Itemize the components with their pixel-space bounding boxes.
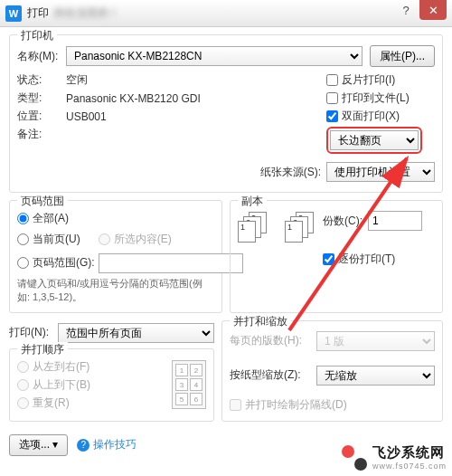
paper-source-label: 纸张来源(S): [260, 165, 321, 180]
tips-link[interactable]: ?操作技巧 [77, 437, 137, 452]
status-label: 状态: [17, 72, 66, 88]
close-button[interactable]: ✕ [419, 0, 447, 20]
properties-button[interactable]: 属性(P)... [370, 45, 435, 67]
reverse-print-checkbox[interactable] [326, 74, 338, 86]
collate-label: 逐份打印(T) [338, 252, 395, 267]
range-pages-radio[interactable] [17, 257, 29, 269]
print-to-file-label: 打印到文件(L) [342, 90, 410, 106]
window-title: 打印 [27, 5, 49, 21]
titlebar: W 打印 的生活里的！ ? ✕ [0, 0, 452, 27]
type-label: 类型: [17, 90, 66, 106]
order-preview-pad: 123456 [172, 360, 206, 409]
order-lr-radio [17, 361, 29, 373]
watermark-logo-icon [342, 445, 367, 471]
print-what-select[interactable]: 范围中所有页面 [58, 323, 214, 343]
collate-illustration: 321 321 [238, 212, 315, 244]
paper-source-select[interactable]: 使用打印机设置 [326, 162, 435, 182]
range-current-label: 当前页(U) [33, 232, 80, 247]
copies-count-label: 份数(C): [323, 214, 363, 229]
name-label: 名称(M): [17, 49, 66, 64]
app-icon: W [5, 5, 22, 22]
range-all-label: 全部(A) [33, 211, 69, 226]
scale-legend: 并打和缩放 [230, 314, 291, 329]
zoom-select[interactable]: 无缩放 [316, 366, 435, 386]
options-button[interactable]: 选项... ▾ [9, 434, 68, 456]
order-lr-label: 从左到右(F) [33, 359, 89, 375]
zoom-label: 按纸型缩放(Z): [230, 367, 316, 383]
tips-label: 操作技巧 [93, 437, 137, 452]
range-hint: 请键入页码和/或用逗号分隔的页码范围(例如: 1,3,5-12)。 [17, 277, 214, 305]
type-value: Panasonic KX-MB2120 GDI [66, 92, 326, 105]
pps-select: 1 版 [316, 331, 435, 351]
range-pages-input[interactable] [99, 253, 243, 273]
duplex-mode-select[interactable]: 长边翻页 [330, 130, 419, 150]
copies-legend: 副本 [238, 194, 267, 209]
watermark-name: 飞沙系统网 [372, 444, 447, 462]
pps-label: 每页的版数(H): [230, 333, 316, 348]
reverse-print-label: 反片打印(I) [342, 72, 395, 88]
print-order-legend: 并打顺序 [17, 342, 68, 357]
draw-lines-checkbox [230, 399, 241, 411]
tips-icon: ? [77, 439, 89, 452]
print-what-label: 打印(N): [9, 325, 58, 340]
collate-checkbox[interactable] [323, 253, 334, 265]
copies-group: 副本 321 321 份数(C): 逐份打印(T) [230, 200, 443, 313]
range-pages-label: 页码范围(G): [33, 255, 95, 271]
scale-group: 并打和缩放 每页的版数(H):1 版 按纸型缩放(Z):无缩放 并打时绘制分隔线… [221, 320, 443, 422]
page-range-group: 页码范围 全部(A) 当前页(U) 所选内容(E) 页码范围(G): 请键入页码… [9, 200, 222, 313]
order-tb-radio [17, 379, 29, 391]
draw-lines-label: 并打时绘制分隔线(D) [245, 397, 347, 413]
order-repeat-radio [17, 397, 29, 409]
printer-legend: 打印机 [17, 28, 57, 43]
print-order-group: 并打顺序 从左到右(F) 从上到下(B) 重复(R) 123456 [9, 348, 214, 422]
copies-count-input[interactable] [368, 211, 422, 231]
range-selection-label: 所选内容(E) [114, 232, 172, 247]
range-current-radio[interactable] [17, 233, 29, 245]
blurred-text: 的生活里的！ [54, 5, 119, 21]
help-button[interactable]: ? [392, 0, 419, 20]
where-label: 位置: [17, 109, 66, 124]
order-tb-label: 从上到下(B) [33, 377, 90, 393]
order-repeat-label: 重复(R) [33, 395, 70, 411]
watermark: 飞沙系统网 www.fs0745.com [342, 444, 447, 471]
status-value: 空闲 [66, 72, 326, 88]
where-value: USB001 [66, 110, 326, 123]
range-selection-radio [99, 233, 110, 245]
printer-name-select[interactable]: Panasonic KX-MB2128CN [66, 46, 363, 66]
duplex-mode-highlight: 长边翻页 [326, 127, 422, 154]
duplex-checkbox[interactable] [326, 110, 338, 122]
duplex-label: 双面打印(X) [342, 109, 400, 124]
print-to-file-checkbox[interactable] [326, 92, 338, 104]
range-all-radio[interactable] [17, 213, 29, 224]
page-range-legend: 页码范围 [17, 194, 68, 209]
watermark-url: www.fs0745.com [372, 462, 447, 471]
printer-group: 打印机 名称(M): Panasonic KX-MB2128CN 属性(P)..… [9, 34, 443, 193]
comment-label: 备注: [17, 127, 66, 142]
